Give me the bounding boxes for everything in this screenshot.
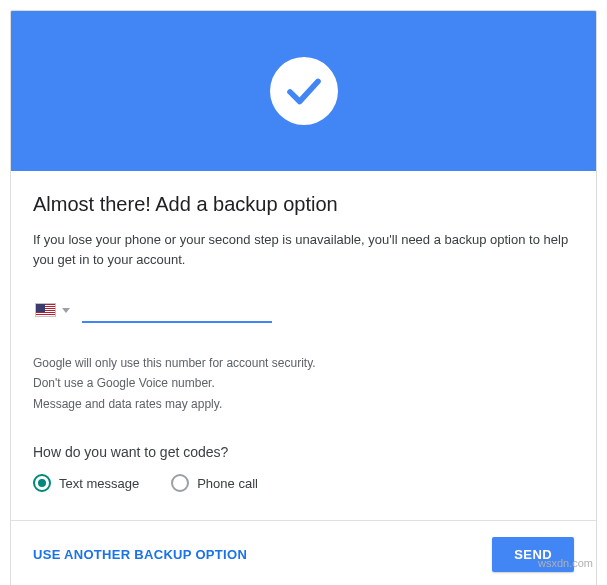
radio-icon — [171, 474, 189, 492]
content-area: Almost there! Add a backup option If you… — [11, 171, 596, 585]
phone-input-row — [33, 297, 574, 323]
hint-line-2: Don't use a Google Voice number. — [33, 373, 574, 393]
description-text: If you lose your phone or your second st… — [33, 230, 574, 269]
code-delivery-options: Text message Phone call — [33, 474, 574, 492]
country-select[interactable] — [33, 299, 72, 321]
codes-question: How do you want to get codes? — [33, 444, 574, 460]
backup-option-card: Almost there! Add a backup option If you… — [10, 10, 597, 585]
radio-icon — [33, 474, 51, 492]
radio-label-text-message: Text message — [59, 476, 139, 491]
radio-phone-call[interactable]: Phone call — [171, 474, 258, 492]
radio-text-message[interactable]: Text message — [33, 474, 139, 492]
check-circle-icon — [270, 57, 338, 125]
radio-label-phone-call: Phone call — [197, 476, 258, 491]
phone-number-input[interactable] — [82, 297, 272, 323]
page-title: Almost there! Add a backup option — [33, 193, 574, 216]
hint-line-3: Message and data rates may apply. — [33, 394, 574, 414]
use-another-backup-link[interactable]: USE ANOTHER BACKUP OPTION — [33, 547, 247, 562]
watermark-text: wsxdn.com — [538, 557, 593, 569]
checkmark-icon — [283, 70, 325, 112]
chevron-down-icon — [62, 308, 70, 313]
hint-line-1: Google will only use this number for acc… — [33, 353, 574, 373]
actions-row: USE ANOTHER BACKUP OPTION SEND — [33, 537, 574, 572]
divider — [11, 520, 596, 521]
hint-text-block: Google will only use this number for acc… — [33, 353, 574, 414]
banner — [11, 11, 596, 171]
us-flag-icon — [35, 303, 56, 317]
